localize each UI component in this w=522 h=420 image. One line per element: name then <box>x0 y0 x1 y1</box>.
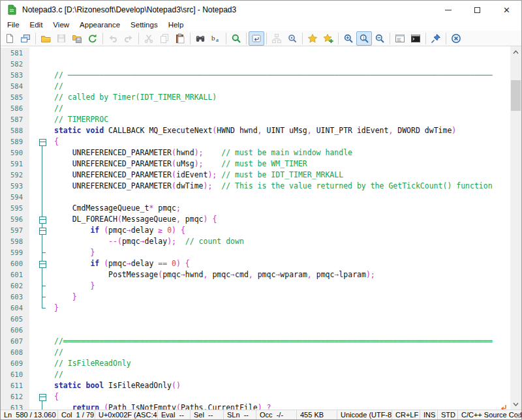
menu-settings[interactable]: Settings <box>125 20 163 29</box>
redo-button[interactable] <box>121 31 136 46</box>
close-button[interactable]: ✕ <box>492 1 521 19</box>
menu-appearance[interactable]: Appearance <box>74 20 125 29</box>
console-button[interactable] <box>408 31 423 46</box>
line-number[interactable]: 598 <box>1 236 29 247</box>
code-area[interactable]: 581582583// ────────────────────────────… <box>1 46 510 410</box>
line-number[interactable]: 603 <box>1 292 29 303</box>
scroll-up-button[interactable] <box>510 46 521 57</box>
line-number[interactable]: 583 <box>1 70 29 81</box>
line-number[interactable]: 587 <box>1 114 29 125</box>
status-insert[interactable]: INS <box>420 410 438 419</box>
status-char[interactable]: U+0x002F (ASC:47) <box>95 410 158 419</box>
open-button[interactable] <box>38 31 54 46</box>
code-text[interactable]: if (pmqc→delay == 0) { <box>52 258 510 269</box>
fold-toggle-icon[interactable] <box>29 136 52 147</box>
code-text[interactable]: DL_FOREACH(MessageQueue, pmqc) { <box>52 214 510 225</box>
line-number[interactable]: 595 <box>1 203 29 214</box>
save-button[interactable] <box>54 31 69 46</box>
code-text[interactable]: --(pmqc→delay); // count down <box>52 236 510 247</box>
code-text[interactable]: UNREFERENCED_PARAMETER(dwTime); // This … <box>52 181 510 192</box>
new-file-button[interactable] <box>2 31 18 46</box>
replace-button[interactable]: ba <box>208 31 224 46</box>
editor[interactable]: 581582583// ────────────────────────────… <box>1 46 521 410</box>
code-text[interactable] <box>52 192 510 203</box>
code-text[interactable]: // <box>52 369 510 380</box>
menu-file[interactable]: File <box>2 20 25 29</box>
line-number[interactable]: 596 <box>1 214 29 225</box>
status-size[interactable]: 455 KB <box>297 410 337 419</box>
code-text[interactable]: static bool IsFileReadOnly() <box>52 380 510 391</box>
line-number[interactable]: 590 <box>1 147 29 158</box>
line-number[interactable]: 605 <box>1 314 29 325</box>
code-text[interactable]: static void CALLBACK MQ_ExecuteNext(HWND… <box>52 125 510 136</box>
code-text[interactable]: CmdMessageQueue_t* pmqc; <box>52 203 510 214</box>
exit-button[interactable] <box>448 31 464 46</box>
line-number[interactable]: 607 <box>1 336 29 347</box>
code-text[interactable]: { <box>52 136 510 147</box>
line-number[interactable]: 581 <box>1 48 29 59</box>
status-sel[interactable]: Sel -- <box>191 410 224 419</box>
favorites-button[interactable] <box>305 31 320 46</box>
code-text[interactable]: return (Path_IsNotEmpty(Paths.CurrentFil… <box>52 402 510 410</box>
resize-grip[interactable] <box>518 416 520 418</box>
vertical-scrollbar[interactable] <box>510 46 521 410</box>
status-sln[interactable]: SLn -- <box>224 410 256 419</box>
line-number[interactable]: 591 <box>1 158 29 170</box>
fold-toggle-icon[interactable] <box>29 225 52 236</box>
line-number[interactable]: 586 <box>1 103 29 114</box>
save-as-button[interactable] <box>69 31 85 46</box>
code-text[interactable]: // IsFileReadOnly <box>52 358 510 369</box>
code-text[interactable]: UNREFERENCED_PARAMETER(hwnd); // must be… <box>52 147 510 158</box>
status-eval[interactable]: Eval -- <box>158 410 191 419</box>
revert-button[interactable] <box>85 31 100 46</box>
code-text[interactable]: } <box>52 247 510 258</box>
copy-button[interactable] <box>157 31 172 46</box>
code-text[interactable]: UNREFERENCED_PARAMETER(uMsg); // must be… <box>52 158 510 170</box>
word-wrap-button[interactable] <box>249 31 264 46</box>
line-number[interactable]: 589 <box>1 136 29 147</box>
code-text[interactable]: } <box>52 303 510 314</box>
line-number[interactable]: 608 <box>1 347 29 358</box>
line-number[interactable]: 585 <box>1 92 29 103</box>
new-window-button[interactable] <box>18 31 33 46</box>
line-number[interactable]: 592 <box>1 170 29 181</box>
status-mode[interactable]: STD <box>438 410 458 419</box>
code-text[interactable]: // ─────────────────────────────────────… <box>52 70 510 81</box>
fold-toggle-icon[interactable] <box>29 258 52 269</box>
pin-on-top-button[interactable] <box>428 31 444 46</box>
customize-schemes-button[interactable] <box>284 31 300 46</box>
status-line[interactable]: Ln 580 / 13.060 <box>1 410 58 419</box>
line-number[interactable]: 584 <box>1 81 29 92</box>
line-number[interactable]: 610 <box>1 369 29 380</box>
code-text[interactable]: PostMessage(pmqc→hwnd, pmqc→cmd, pmqc→wp… <box>52 269 510 280</box>
maximize-button[interactable] <box>463 1 492 19</box>
code-text[interactable]: // <box>52 81 510 92</box>
line-number[interactable]: 612 <box>1 391 29 402</box>
add-favorite-button[interactable] <box>320 31 336 46</box>
status-eol[interactable]: CR+LF <box>392 410 420 419</box>
code-text[interactable]: //══════════════════════════════════════… <box>52 336 510 347</box>
zoom-out-button[interactable] <box>372 31 388 46</box>
status-encoding[interactable]: Unicode (UTF-8) <box>337 410 392 419</box>
scrollbar-thumb[interactable] <box>511 80 521 111</box>
code-text[interactable]: } <box>52 292 510 303</box>
line-number[interactable]: 599 <box>1 247 29 258</box>
line-number[interactable]: 606 <box>1 325 29 336</box>
line-number[interactable]: 600 <box>1 258 29 269</box>
code-text[interactable]: // <box>52 103 510 114</box>
menu-help[interactable]: Help <box>163 20 189 29</box>
scroll-down-button[interactable] <box>510 398 521 410</box>
line-number[interactable]: 613 <box>1 402 29 410</box>
line-number[interactable]: 611 <box>1 380 29 391</box>
line-number[interactable]: 593 <box>1 181 29 192</box>
cut-button[interactable] <box>141 31 157 46</box>
zoom-in-button[interactable] <box>341 31 356 46</box>
fold-toggle-icon[interactable] <box>29 214 52 225</box>
line-number[interactable]: 588 <box>1 125 29 136</box>
paste-button[interactable] <box>172 31 188 46</box>
code-text[interactable]: } <box>52 280 510 292</box>
code-text[interactable]: // <box>52 347 510 358</box>
code-text[interactable] <box>52 325 510 336</box>
code-text[interactable]: UNREFERENCED_PARAMETER(idEvent); // must… <box>52 170 510 181</box>
reset-zoom-button[interactable]: 1 <box>356 31 372 46</box>
